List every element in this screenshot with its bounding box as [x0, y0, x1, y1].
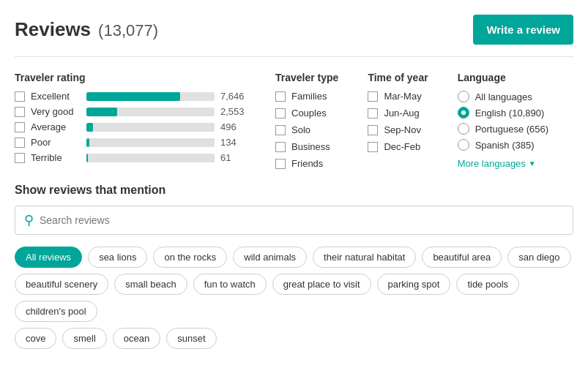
rating-checkbox[interactable]: [15, 91, 25, 102]
language-list: All languages English (10,890) Portugues…: [458, 91, 548, 169]
tag-button[interactable]: san diego: [507, 247, 570, 268]
type-checkbox[interactable]: [275, 91, 286, 102]
tags-container: All reviewssea lionson the rockswild ani…: [15, 247, 573, 349]
time-of-year-section: Time of year Mar-May Jun-Aug Sep-Nov Dec…: [368, 72, 428, 169]
traveler-type-item[interactable]: Business: [275, 141, 338, 152]
time-checkbox[interactable]: [368, 108, 378, 119]
language-item[interactable]: Portuguese (656): [458, 123, 548, 135]
traveler-type-title: Traveler type: [275, 72, 338, 83]
tag-button[interactable]: wild animals: [233, 247, 307, 268]
type-label: Business: [291, 141, 330, 152]
filters-row: Traveler rating Excellent 7,646 Very goo…: [15, 72, 573, 169]
time-of-year-list: Mar-May Jun-Aug Sep-Nov Dec-Feb: [368, 91, 428, 152]
rating-item[interactable]: Excellent 7,646: [15, 91, 246, 102]
tag-button[interactable]: fun to watch: [193, 274, 267, 295]
type-label: Families: [291, 91, 327, 102]
tag-button[interactable]: cove: [15, 328, 56, 349]
time-checkbox[interactable]: [368, 142, 378, 152]
tag-button[interactable]: great place to visit: [272, 274, 371, 295]
time-item[interactable]: Mar-May: [368, 91, 428, 102]
rating-bar-fill: [86, 108, 117, 116]
tag-button[interactable]: beautiful area: [422, 247, 502, 268]
tag-button[interactable]: sea lions: [88, 247, 147, 268]
search-section: Show reviews that mention ⚲: [15, 184, 573, 235]
tag-button[interactable]: tide pools: [456, 274, 519, 295]
time-item[interactable]: Jun-Aug: [368, 108, 428, 119]
traveler-type-item[interactable]: Couples: [275, 108, 338, 119]
type-checkbox[interactable]: [275, 159, 286, 169]
type-checkbox[interactable]: [275, 108, 286, 119]
rating-checkbox[interactable]: [15, 122, 25, 132]
rating-label: Poor: [31, 137, 81, 148]
type-checkbox[interactable]: [275, 142, 286, 152]
search-label: Show reviews that mention: [15, 184, 573, 197]
rating-count: 2,553: [220, 106, 246, 117]
language-item[interactable]: English (10,890): [458, 107, 548, 119]
rating-label: Terrible: [31, 152, 81, 163]
rating-item[interactable]: Poor 134: [15, 137, 246, 148]
traveler-type-item[interactable]: Solo: [275, 124, 338, 135]
type-label: Friends: [291, 158, 323, 169]
search-icon: ⚲: [24, 212, 34, 228]
language-radio[interactable]: [458, 91, 469, 102]
time-of-year-title: Time of year: [368, 72, 428, 83]
rating-item[interactable]: Average 496: [15, 121, 246, 132]
tag-button[interactable]: ocean: [113, 328, 160, 349]
traveler-type-item[interactable]: Families: [275, 91, 338, 102]
rating-count: 7,646: [220, 91, 246, 102]
tag-button[interactable]: children's pool: [15, 301, 97, 322]
time-checkbox[interactable]: [368, 91, 378, 102]
rating-item[interactable]: Very good 2,553: [15, 106, 246, 117]
time-label: Jun-Aug: [384, 108, 419, 119]
time-item[interactable]: Sep-Nov: [368, 124, 428, 135]
language-item[interactable]: Spanish (385): [458, 139, 548, 151]
rating-label: Excellent: [31, 91, 81, 102]
rating-bar: [86, 138, 215, 147]
type-checkbox[interactable]: [275, 125, 286, 135]
time-checkbox[interactable]: [368, 125, 378, 135]
tag-button[interactable]: on the rocks: [153, 247, 227, 268]
type-label: Solo: [291, 124, 310, 135]
language-radio[interactable]: [458, 139, 469, 151]
language-radio[interactable]: [458, 107, 469, 119]
rating-checkbox[interactable]: [15, 107, 25, 117]
type-label: Couples: [291, 108, 327, 119]
language-radio[interactable]: [458, 123, 469, 135]
rating-count: 496: [220, 121, 246, 132]
language-item[interactable]: All languages: [458, 91, 548, 102]
rating-count: 61: [220, 152, 246, 163]
rating-checkbox[interactable]: [15, 138, 25, 148]
time-label: Sep-Nov: [384, 124, 421, 135]
language-label: All languages: [475, 91, 532, 102]
search-input[interactable]: [40, 214, 564, 226]
tag-button[interactable]: sunset: [166, 328, 216, 349]
more-languages-link[interactable]: More languages▼: [458, 158, 548, 169]
tags-row: beautiful scenerysmall beachfun to watch…: [15, 274, 573, 322]
tag-button[interactable]: parking spot: [377, 274, 451, 295]
tag-button[interactable]: All reviews: [15, 247, 82, 268]
rating-bar-fill: [86, 154, 88, 162]
rating-bar-fill: [86, 123, 93, 132]
tag-button[interactable]: their natural habitat: [313, 247, 416, 268]
header-left: Reviews (13,077): [15, 18, 158, 41]
search-box: ⚲: [15, 206, 573, 235]
traveler-type-item[interactable]: Friends: [275, 158, 338, 169]
more-languages-label: More languages: [458, 158, 526, 169]
rating-list: Excellent 7,646 Very good 2,553 Average …: [15, 91, 246, 163]
tag-button[interactable]: small beach: [114, 274, 187, 295]
rating-item[interactable]: Terrible 61: [15, 152, 246, 163]
rating-bar: [86, 108, 215, 116]
tag-button[interactable]: beautiful scenery: [15, 274, 108, 295]
language-label: Portuguese (656): [475, 124, 548, 135]
language-label: Spanish (385): [475, 140, 535, 151]
tags-row: covesmelloceansunset: [15, 328, 573, 349]
time-label: Dec-Feb: [384, 141, 420, 152]
traveler-rating-title: Traveler rating: [15, 72, 246, 83]
time-item[interactable]: Dec-Feb: [368, 141, 428, 152]
rating-checkbox[interactable]: [15, 153, 25, 163]
rating-bar-fill: [86, 138, 89, 147]
write-review-button[interactable]: Write a review: [473, 15, 573, 45]
tag-button[interactable]: smell: [62, 328, 106, 349]
traveler-rating-section: Traveler rating Excellent 7,646 Very goo…: [15, 72, 246, 169]
rating-bar: [86, 123, 215, 132]
